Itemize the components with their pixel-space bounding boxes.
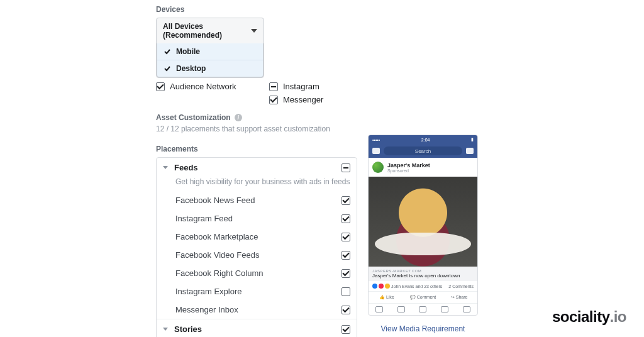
devices-dropdown[interactable]: All Devices (Recommended) Mobile Desktop	[156, 18, 264, 78]
placement-messenger-inbox[interactable]: Messenger Inbox	[157, 301, 357, 319]
avatar[interactable]	[372, 162, 384, 173]
platform-label: Messenger	[283, 95, 323, 104]
social-text: John Evans and 23 others	[391, 284, 442, 289]
placement-fb-video-feeds[interactable]: Facebook Video Feeds	[157, 246, 357, 264]
placement-ig-feed[interactable]: Instagram Feed	[157, 209, 357, 228]
share-button[interactable]: ↪ Share	[441, 292, 477, 303]
view-media-requirement-link[interactable]: View Media Requirement	[368, 324, 478, 333]
bottom-nav	[369, 303, 477, 315]
checkbox-icon[interactable]	[341, 163, 350, 172]
devices-dropdown-menu: Mobile Desktop	[157, 43, 264, 77]
status-bar: ••••• 2:04 ▮	[369, 135, 477, 144]
ad-preview-panel: ••••• 2:04 ▮ Search Jasper's Market Spon…	[368, 135, 478, 333]
phone-preview: ••••• 2:04 ▮ Search Jasper's Market Spon…	[368, 135, 478, 316]
devices-option-mobile[interactable]: Mobile	[157, 43, 263, 60]
checkbox-icon[interactable]	[341, 214, 350, 223]
post-actions: 👍 Like 💬 Comment ↪ Share	[369, 291, 477, 303]
placement-label: Facebook News Feed	[175, 196, 255, 205]
page-name[interactable]: Jasper's Market	[387, 162, 430, 168]
placements-box: Feeds Get high visibility for your busin…	[156, 157, 357, 337]
checkbox-icon[interactable]	[341, 233, 350, 241]
info-icon[interactable]: i	[235, 114, 242, 121]
nav-marketplace-icon[interactable]	[412, 306, 434, 312]
checkbox-icon[interactable]	[156, 82, 165, 91]
nav-home-icon[interactable]	[369, 306, 391, 312]
placement-ig-explore[interactable]: Instagram Explore	[157, 282, 357, 301]
checkbox-icon[interactable]	[269, 96, 278, 104]
caret-down-icon	[163, 166, 168, 169]
check-icon	[164, 48, 171, 55]
search-input[interactable]: Search	[384, 146, 462, 155]
check-icon	[164, 65, 171, 72]
brand-logo: sociality.io	[552, 308, 626, 326]
checkbox-icon[interactable]	[341, 269, 350, 278]
signal-icon: •••••	[372, 138, 380, 142]
platform-messenger[interactable]: Messenger	[269, 95, 382, 104]
camera-icon[interactable]	[372, 148, 380, 154]
placements-group-stories[interactable]: Stories	[157, 319, 357, 337]
placement-fb-marketplace[interactable]: Facebook Marketplace	[157, 228, 357, 246]
battery-icon: ▮	[471, 137, 474, 142]
nav-notifications-icon[interactable]	[434, 306, 456, 312]
checkbox-icon[interactable]	[341, 251, 350, 260]
post-header: Jasper's Market Sponsored	[369, 158, 477, 177]
checkbox-icon[interactable]	[341, 196, 350, 205]
group-description: Get high visibility for your business wi…	[157, 177, 357, 191]
social-summary: John Evans and 23 others 2 Comments	[369, 281, 477, 291]
devices-dropdown-toggle[interactable]: All Devices (Recommended)	[157, 18, 264, 43]
link-card[interactable]: JASPERS-MARKET.COM Jasper's Market is no…	[369, 267, 477, 281]
app-header: Search	[369, 144, 477, 158]
link-title: Jasper's Market is now open downtown	[372, 273, 474, 279]
reactions[interactable]: John Evans and 23 others	[372, 284, 442, 289]
devices-option-label: Mobile	[176, 47, 200, 56]
caret-down-icon	[163, 328, 168, 331]
placement-fb-news-feed[interactable]: Facebook News Feed	[157, 191, 357, 209]
caret-down-icon	[251, 29, 257, 33]
checkbox-icon[interactable]	[269, 82, 278, 91]
group-title: Feeds	[174, 163, 335, 172]
sponsored-label: Sponsored	[387, 168, 430, 173]
checkbox-icon[interactable]	[341, 306, 350, 314]
devices-option-desktop[interactable]: Desktop	[157, 60, 263, 77]
nav-watch-icon[interactable]	[391, 306, 413, 312]
placements-group-feeds[interactable]: Feeds	[157, 158, 357, 177]
group-title: Stories	[174, 324, 335, 334]
platform-audience-network[interactable]: Audience Network	[156, 82, 269, 91]
checkbox-icon[interactable]	[341, 325, 350, 334]
haha-reaction-icon	[385, 284, 390, 289]
ad-image[interactable]	[369, 177, 477, 267]
checkbox-icon[interactable]	[341, 287, 350, 296]
placement-label: Facebook Marketplace	[175, 232, 258, 241]
comment-button[interactable]: 💬 Comment	[405, 292, 441, 303]
placement-label: Messenger Inbox	[175, 305, 238, 314]
devices-label: Devices	[156, 5, 483, 14]
placement-label: Facebook Right Column	[175, 268, 263, 278]
asset-customization-title: Asset Customization	[156, 113, 231, 122]
placement-label: Facebook Video Feeds	[175, 250, 259, 260]
search-placeholder: Search	[415, 148, 431, 154]
status-time: 2:04	[421, 138, 430, 142]
love-reaction-icon	[379, 284, 384, 289]
placement-label: Instagram Feed	[175, 214, 233, 223]
messenger-icon[interactable]	[466, 148, 474, 154]
platform-label: Instagram	[283, 82, 319, 91]
like-button[interactable]: 👍 Like	[369, 292, 405, 303]
platform-label: Audience Network	[170, 82, 236, 91]
placement-fb-right-column[interactable]: Facebook Right Column	[157, 264, 357, 282]
placement-label: Instagram Explore	[175, 287, 242, 296]
asset-customization-subtitle: 12 / 12 placements that support asset cu…	[156, 124, 483, 133]
comments-count[interactable]: 2 Comments	[448, 284, 474, 289]
nav-menu-icon[interactable]	[455, 306, 477, 312]
like-reaction-icon	[372, 284, 377, 289]
platform-instagram[interactable]: Instagram	[269, 82, 382, 91]
devices-option-label: Desktop	[176, 64, 206, 73]
devices-selected: All Devices (Recommended)	[163, 22, 251, 40]
